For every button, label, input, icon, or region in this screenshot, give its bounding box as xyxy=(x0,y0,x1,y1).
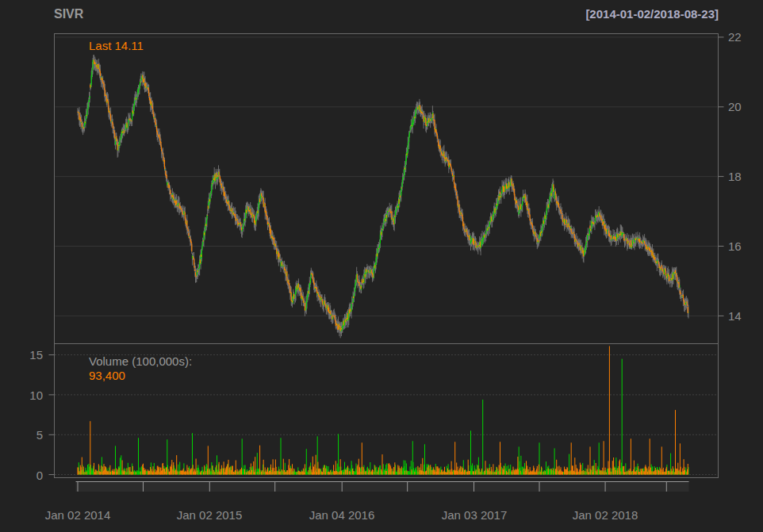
x-axis-tick-label: Jan 03 2017 xyxy=(442,508,508,522)
volume-axis-tick-label: 15 xyxy=(11,348,43,362)
chart-window: SIVR [2014-01-02/2018-08-23] Last 14.11 … xyxy=(0,0,763,532)
candle-wicks xyxy=(78,55,688,338)
candles-down xyxy=(78,59,688,331)
candlestick-volume-plot xyxy=(0,0,763,532)
ticker-title: SIVR xyxy=(54,7,83,21)
price-axis-tick-label: 16 xyxy=(728,239,742,253)
date-axis-strip xyxy=(76,482,689,492)
x-axis-tick-label: Jan 02 2014 xyxy=(45,508,111,522)
price-axis-tick-label: 22 xyxy=(728,30,742,44)
volume-label: Volume (100,000s): xyxy=(89,354,192,368)
volume-axis-tick-label: 0 xyxy=(11,469,43,482)
x-axis-tick-label: Jan 02 2018 xyxy=(573,508,638,522)
price-axis-tick-label: 14 xyxy=(728,309,742,323)
volume-value: 93,400 xyxy=(89,369,125,382)
price-axis-tick-label: 20 xyxy=(728,100,742,113)
price-axis-tick-label: 18 xyxy=(728,170,742,183)
volume-bars-up xyxy=(79,359,688,475)
volume-axis-tick-label: 5 xyxy=(11,428,43,442)
x-axis-tick-label: Jan 04 2016 xyxy=(309,508,375,522)
last-price-label: Last 14.11 xyxy=(89,39,144,52)
volume-axis-tick-label: 10 xyxy=(11,388,43,402)
date-range-label: [2014-01-02/2018-08-23] xyxy=(585,7,719,21)
main-panel-border xyxy=(55,34,719,344)
price-gridlines xyxy=(56,37,718,316)
x-axis-tick-label: Jan 02 2015 xyxy=(177,508,243,522)
volume-gridlines xyxy=(56,355,718,475)
